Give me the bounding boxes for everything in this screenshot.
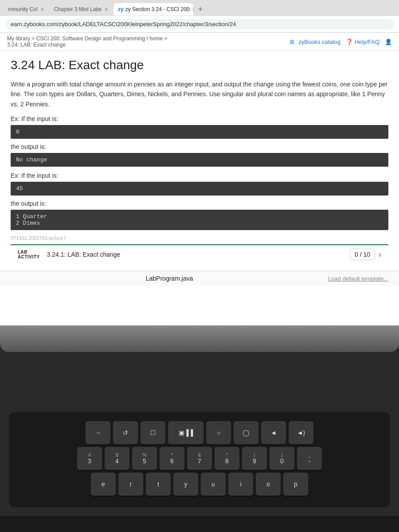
- laptop-lid: [0, 325, 399, 352]
- key-circle1[interactable]: ○: [206, 421, 231, 444]
- help-link[interactable]: ❓ Help/FAQ: [346, 39, 379, 45]
- help-icon: ❓: [346, 39, 353, 45]
- key-volume[interactable]: ◄): [289, 421, 313, 444]
- breadcrumb: My library > CSCI 200: Software Design a…: [7, 35, 168, 48]
- zy-icon: zy: [118, 6, 124, 12]
- example2-label: Ex: If the input is:: [11, 172, 388, 179]
- key-window[interactable]: ☐: [141, 421, 165, 444]
- key-3[interactable]: # 3: [77, 447, 102, 470]
- new-tab-icon: +: [198, 5, 203, 14]
- key-back[interactable]: ◄: [261, 421, 286, 444]
- address-bar: [0, 16, 399, 33]
- tab-chapter3-close[interactable]: ✕: [104, 7, 108, 12]
- example2-input: 45: [11, 182, 388, 196]
- key-u[interactable]: u: [201, 473, 226, 496]
- tab-bar: mmunity Col ✕ Chapter 3 Mini Labs ✕ zy z…: [0, 0, 399, 16]
- activity-bar: LAB ACTIVITY 3.24.1: LAB: Exact change 0…: [11, 244, 388, 264]
- activity-title: 3.24.1: LAB: Exact change: [47, 251, 350, 258]
- example1-output-label: the output is:: [11, 143, 388, 150]
- tab-chapter3-label: Chapter 3 Mini Labs: [54, 6, 102, 12]
- example2-output-label: the output is:: [11, 200, 388, 207]
- key-6[interactable]: ^ 6: [160, 447, 184, 470]
- key-arrow-right[interactable]: →: [86, 421, 110, 444]
- example1-input: 0: [11, 125, 388, 139]
- address-input[interactable]: [5, 19, 394, 29]
- breadcrumb-right: 🗎 zyBooks catalog ❓ Help/FAQ 👤: [289, 39, 392, 45]
- chevron-icon: ›: [379, 250, 381, 259]
- key-4[interactable]: $ 4: [105, 447, 129, 470]
- key-circle2[interactable]: ◯: [234, 421, 258, 444]
- file-name: LabProgram.java: [146, 275, 193, 282]
- keyboard-row-media: → ↺ ☐ ▣▐▐ ○ ◯ ◄ ◄): [20, 421, 379, 444]
- tab-community-close[interactable]: ✕: [40, 7, 44, 12]
- keyboard-container: → ↺ ☐ ▣▐▐ ○ ◯ ◄ ◄): [9, 412, 390, 507]
- description: Write a program with total change amount…: [11, 79, 388, 109]
- key-i[interactable]: i: [228, 473, 253, 496]
- example1-output: No change: [11, 153, 388, 167]
- page-main: 3.24 LAB: Exact change Write a program w…: [0, 51, 399, 271]
- key-e[interactable]: e: [91, 473, 116, 496]
- key-refresh[interactable]: ↺: [113, 421, 138, 444]
- keyboard-row-letters: e r t y u i o p: [20, 473, 379, 496]
- breadcrumb-bar: My library > CSCI 200: Software Design a…: [0, 33, 399, 51]
- activity-type-label: LAB ACTIVITY: [18, 250, 40, 259]
- catalog-icon: 🗎: [289, 39, 295, 45]
- key-fullscreen[interactable]: ▣▐▐: [168, 421, 203, 444]
- tab-community[interactable]: mmunity Col ✕: [4, 3, 49, 16]
- tab-section324[interactable]: zy zy Section 3.24 - CSCI 200: Softwa ✕: [113, 3, 193, 16]
- keyboard-row-numbers: # 3 $ 4 % 5 ^ 6 & 7 * 8: [20, 447, 379, 470]
- breadcrumb-current: 3.24: LAB: Exact change: [7, 42, 66, 48]
- key-t[interactable]: t: [146, 473, 171, 496]
- tab-chapter3[interactable]: Chapter 3 Mini Labs ✕: [50, 3, 113, 16]
- page-content: My library > CSCI 200: Software Design a…: [0, 33, 399, 325]
- watermark: 371432.2055703.qx3zrp7: [11, 235, 388, 241]
- example1-label: Ex: If the input is:: [11, 115, 388, 122]
- key-y[interactable]: y: [173, 473, 198, 496]
- tab-section324-label: zy Section 3.24 - CSCI 200: Softwa: [125, 6, 193, 12]
- page-title: 3.24 LAB: Exact change: [11, 58, 388, 72]
- keyboard-area: → ↺ ☐ ▣▐▐ ○ ◯ ◄ ◄): [0, 325, 399, 516]
- file-bar: LabProgram.java Load default template...: [0, 271, 399, 286]
- score-badge: 0 / 10: [350, 249, 375, 260]
- activity-sub: ACTIVITY: [18, 254, 40, 259]
- new-tab-button[interactable]: +: [194, 3, 207, 16]
- tab-community-label: mmunity Col: [8, 6, 38, 12]
- key-0[interactable]: ) 0: [270, 447, 294, 470]
- browser-chrome: mmunity Col ✕ Chapter 3 Mini Labs ✕ zy z…: [0, 0, 399, 33]
- key-7[interactable]: & 7: [187, 447, 212, 470]
- catalog-link[interactable]: 🗎 zyBooks catalog: [289, 39, 340, 45]
- key-9[interactable]: ( 9: [242, 447, 267, 470]
- key-r[interactable]: r: [118, 473, 143, 496]
- key-p[interactable]: p: [283, 473, 308, 496]
- key-8[interactable]: * 8: [215, 447, 239, 470]
- activity-type: LAB: [18, 250, 40, 254]
- breadcrumb-path: My library > CSCI 200: Software Design a…: [7, 35, 168, 42]
- load-template-link[interactable]: Load default template...: [328, 275, 388, 282]
- example2-output: 1 Quarter 2 Dimes: [11, 210, 388, 230]
- key-5[interactable]: % 5: [132, 447, 157, 470]
- key-minus[interactable]: _ -: [297, 447, 322, 470]
- user-icon[interactable]: 👤: [385, 39, 392, 45]
- key-o[interactable]: o: [256, 473, 281, 496]
